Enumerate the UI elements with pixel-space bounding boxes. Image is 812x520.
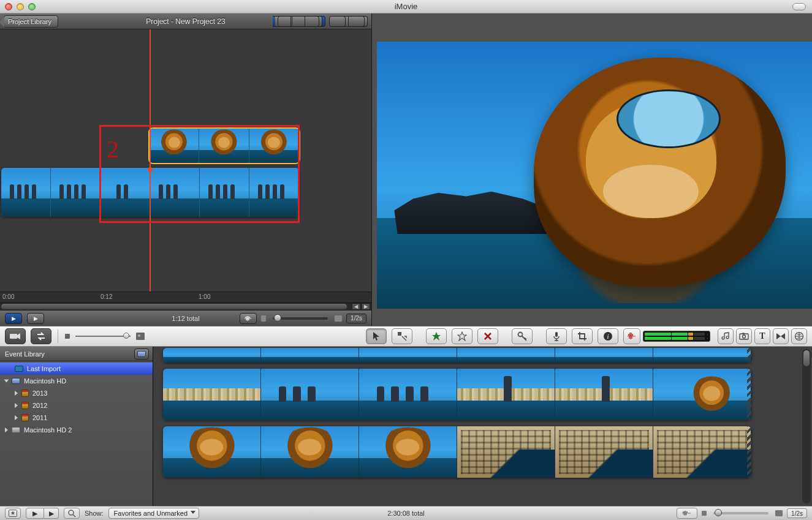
timeline-horizontal-scrollbar[interactable]: ◀ ▶ <box>0 303 371 310</box>
inspector-button[interactable]: i <box>598 328 618 344</box>
audio-waveform-button[interactable] <box>623 328 640 344</box>
voiceover-button[interactable] <box>546 328 567 344</box>
ruler-mark-2: 1:00 <box>199 293 210 300</box>
tree-mac-hd2-label: Macintosh HD 2 <box>24 426 72 434</box>
thumbnail-size-slider[interactable] <box>75 334 131 339</box>
edit-tool-icon <box>397 331 407 341</box>
event-browser[interactable] <box>153 347 812 506</box>
edit-tool-button[interactable] <box>392 328 412 344</box>
camera-icon <box>10 333 21 340</box>
zoom-in-thumb-icon <box>775 509 783 518</box>
tree-macintosh-hd[interactable]: Macintosh HD <box>0 375 153 387</box>
globe-icon <box>794 331 804 341</box>
window-minimize-button[interactable] <box>17 3 24 10</box>
event-clip-row-1[interactable] <box>163 369 751 420</box>
keywords-panel-button[interactable] <box>5 508 21 519</box>
window-close-button[interactable] <box>5 3 12 10</box>
tree-year-2011[interactable]: 2011 <box>0 412 153 424</box>
unmark-button[interactable] <box>452 328 472 344</box>
event-library-title: Event Library <box>5 350 45 358</box>
project-title: Project - New Project 23 <box>146 17 225 26</box>
ruler-mark-0: 0:00 <box>2 293 14 300</box>
svg-rect-3 <box>65 334 70 339</box>
event-vertical-scrollbar[interactable] <box>802 349 811 503</box>
disclosure-triangle-icon[interactable] <box>15 391 18 396</box>
calendar-icon <box>21 402 29 409</box>
search-events-button[interactable] <box>64 508 80 519</box>
swap-layout-button[interactable] <box>31 328 51 344</box>
play-event-button[interactable]: ▶ <box>26 508 44 519</box>
reject-button[interactable] <box>477 328 498 344</box>
event-clip-row-2[interactable] <box>163 426 751 478</box>
play-project-button[interactable]: ▶ <box>5 313 22 324</box>
project-marker-segmented[interactable] <box>329 16 368 27</box>
event-zoom-slider[interactable] <box>713 512 768 514</box>
svg-rect-2 <box>10 334 17 339</box>
viewer-canvas[interactable] <box>377 42 812 309</box>
disclosure-triangle-icon[interactable] <box>4 380 9 383</box>
arrow-tool-button[interactable] <box>366 328 387 344</box>
star-outline-icon <box>457 331 467 341</box>
import-camera-button[interactable] <box>5 328 26 344</box>
event-library-sidebar: Event Library Last Import Macintosh HD 2… <box>0 347 153 506</box>
playhead[interactable] <box>150 29 151 292</box>
play-event-fullscreen-button[interactable]: ▶ <box>44 508 59 519</box>
toolbar-toggle-pill[interactable] <box>792 3 806 10</box>
show-filter-value: Favorites and Unmarked <box>114 510 188 517</box>
svg-point-5 <box>138 334 140 337</box>
event-tree[interactable]: Last Import Macintosh HD 2013 2012 2011 <box>0 361 153 506</box>
tree-year-2013[interactable]: 2013 <box>0 387 153 399</box>
project-timeline[interactable]: 2 <box>0 29 371 292</box>
calendar-icon <box>21 390 29 397</box>
scroll-left-arrow-icon[interactable]: ◀ <box>352 303 360 310</box>
thumb-small-icon <box>64 332 70 341</box>
timeline-clip-overlay[interactable] <box>150 129 299 163</box>
tree-year-2012[interactable]: 2012 <box>0 399 153 412</box>
timeline-ruler[interactable]: 0:00 0:12 1:00 <box>0 292 371 303</box>
zoom-out-thumb-icon <box>260 314 267 323</box>
x-icon <box>484 332 492 341</box>
titles-t-icon: T <box>759 331 765 341</box>
svg-rect-18 <box>775 510 783 516</box>
keyword-tool-button[interactable] <box>512 328 533 344</box>
music-note-icon <box>721 332 730 341</box>
disclosure-triangle-icon[interactable] <box>5 428 8 432</box>
project-footer: ▶ ▶ 1:12 total 1/2s <box>0 310 371 326</box>
audio-waveform-icon <box>627 333 637 340</box>
project-library-back-button[interactable]: Project Library <box>4 15 58 28</box>
scrollbar-thumb[interactable] <box>803 350 810 366</box>
svg-rect-6 <box>398 332 401 336</box>
crop-button[interactable] <box>572 328 593 344</box>
event-clip-row-0[interactable] <box>163 348 751 363</box>
project-library-back-label: Project Library <box>8 18 51 25</box>
waveform-toggle-button[interactable] <box>240 313 257 324</box>
scrollbar-thumb[interactable] <box>1 304 347 309</box>
tree-2011-label: 2011 <box>32 414 47 421</box>
music-browser-button[interactable] <box>718 328 734 344</box>
event-waveform-toggle-button[interactable] <box>677 508 697 519</box>
scroll-right-arrow-icon[interactable]: ▶ <box>362 303 370 310</box>
drive-icon <box>137 351 146 357</box>
hard-drive-icon <box>12 378 20 384</box>
photo-browser-button[interactable] <box>736 328 752 344</box>
project-zoom-slider[interactable] <box>273 317 328 320</box>
window-zoom-button[interactable] <box>28 3 36 10</box>
tree-2013-label: 2013 <box>32 390 47 397</box>
tree-last-import[interactable]: Last Import <box>0 363 153 375</box>
viewer-goggles-graphic <box>617 89 721 148</box>
event-view-toggle-button[interactable] <box>134 349 149 360</box>
tree-macintosh-hd-2[interactable]: Macintosh HD 2 <box>0 424 153 436</box>
favorite-button[interactable] <box>426 328 447 344</box>
svg-rect-13 <box>742 333 745 334</box>
maps-browser-button[interactable] <box>791 328 807 344</box>
transitions-browser-button[interactable] <box>773 328 789 344</box>
titles-browser-button[interactable]: T <box>754 328 770 344</box>
hard-drive-icon <box>12 427 20 433</box>
show-filter-dropdown[interactable]: Favorites and Unmarked <box>108 508 199 519</box>
project-view-segmented[interactable] <box>273 16 325 27</box>
disclosure-triangle-icon[interactable] <box>15 415 18 420</box>
play-from-start-button[interactable]: ▶ <box>27 313 44 324</box>
star-filled-icon <box>431 331 441 341</box>
disclosure-triangle-icon[interactable] <box>15 403 18 408</box>
center-toolbar: i : T <box>0 326 812 347</box>
